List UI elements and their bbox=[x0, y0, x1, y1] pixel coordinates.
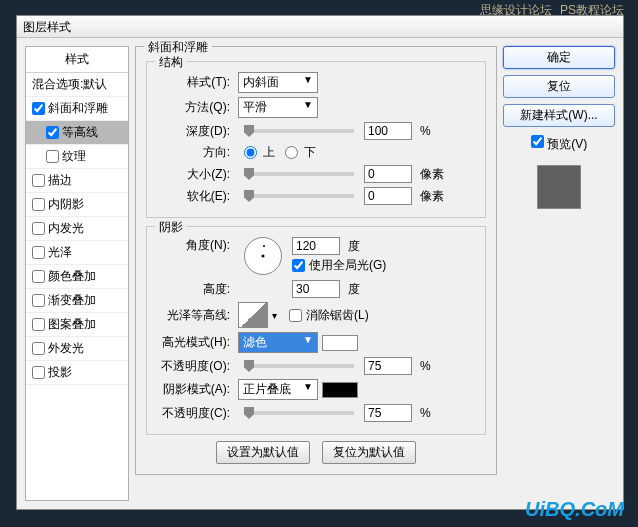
cancel-button[interactable]: 复位 bbox=[503, 75, 615, 98]
depth-unit: % bbox=[420, 124, 431, 138]
style-label: 样式(T): bbox=[155, 74, 230, 91]
patternoverlay-label: 图案叠加 bbox=[48, 317, 96, 331]
shading-title: 阴影 bbox=[155, 219, 187, 236]
sidebar-item-stroke[interactable]: 描边 bbox=[26, 169, 128, 193]
angle-unit: 度 bbox=[348, 238, 360, 255]
bevel-label: 斜面和浮雕 bbox=[48, 101, 108, 115]
sidebar-item-bevel[interactable]: 斜面和浮雕 bbox=[26, 97, 128, 121]
innershadow-label: 内阴影 bbox=[48, 197, 84, 211]
reset-default-button[interactable]: 复位为默认值 bbox=[322, 441, 416, 464]
chevron-down-icon[interactable]: ▾ bbox=[272, 310, 277, 321]
sidebar-item-outerglow[interactable]: 外发光 bbox=[26, 337, 128, 361]
bevel-group: 斜面和浮雕 结构 样式(T): 内斜面▼ 方法(Q): 平滑▼ 深度(D): bbox=[135, 46, 497, 475]
highlight-opacity-unit: % bbox=[420, 359, 431, 373]
sidebar-blend-options[interactable]: 混合选项:默认 bbox=[26, 73, 128, 97]
soften-unit: 像素 bbox=[420, 188, 444, 205]
soften-slider[interactable] bbox=[244, 194, 354, 198]
satin-checkbox[interactable] bbox=[32, 246, 45, 259]
shadow-mode-select[interactable]: 正片叠底▼ bbox=[238, 379, 318, 400]
sidebar-item-texture[interactable]: 纹理 bbox=[26, 145, 128, 169]
antialias-label: 消除锯齿(L) bbox=[306, 307, 369, 324]
outerglow-label: 外发光 bbox=[48, 341, 84, 355]
chevron-down-icon: ▼ bbox=[303, 74, 313, 91]
coloroverlay-label: 颜色叠加 bbox=[48, 269, 96, 283]
size-slider[interactable] bbox=[244, 172, 354, 176]
chevron-down-icon: ▼ bbox=[303, 381, 313, 398]
sidebar-item-satin[interactable]: 光泽 bbox=[26, 241, 128, 265]
shading-subgroup: 阴影 角度(N): 度 使用全局光(G) bbox=[146, 226, 486, 435]
direction-down-label: 下 bbox=[304, 144, 316, 161]
highlight-opacity-slider[interactable] bbox=[244, 364, 354, 368]
coloroverlay-checkbox[interactable] bbox=[32, 270, 45, 283]
gradientoverlay-label: 渐变叠加 bbox=[48, 293, 96, 307]
altitude-input[interactable] bbox=[292, 280, 340, 298]
size-input[interactable] bbox=[364, 165, 412, 183]
structure-subgroup: 结构 样式(T): 内斜面▼ 方法(Q): 平滑▼ 深度(D): % bbox=[146, 61, 486, 218]
highlight-mode-select[interactable]: 滤色▼ bbox=[238, 332, 318, 353]
global-light-checkbox[interactable] bbox=[292, 259, 305, 272]
innerglow-checkbox[interactable] bbox=[32, 222, 45, 235]
direction-up-radio[interactable] bbox=[244, 146, 257, 159]
patternoverlay-checkbox[interactable] bbox=[32, 318, 45, 331]
stroke-checkbox[interactable] bbox=[32, 174, 45, 187]
technique-select[interactable]: 平滑▼ bbox=[238, 97, 318, 118]
sidebar-item-contour[interactable]: 等高线 bbox=[26, 121, 128, 145]
shadow-color-swatch[interactable] bbox=[322, 382, 358, 398]
highlight-mode-label: 高光模式(H): bbox=[155, 334, 230, 351]
angle-label: 角度(N): bbox=[155, 237, 230, 254]
size-unit: 像素 bbox=[420, 166, 444, 183]
technique-label: 方法(Q): bbox=[155, 99, 230, 116]
preview-checkbox[interactable] bbox=[531, 135, 544, 148]
sidebar-item-innershadow[interactable]: 内阴影 bbox=[26, 193, 128, 217]
angle-dial[interactable] bbox=[244, 237, 282, 275]
shadow-mode-label: 阴影模式(A): bbox=[155, 381, 230, 398]
texture-label: 纹理 bbox=[62, 149, 86, 163]
gloss-contour-label: 光泽等高线: bbox=[155, 307, 230, 324]
bevel-checkbox[interactable] bbox=[32, 102, 45, 115]
gradientoverlay-checkbox[interactable] bbox=[32, 294, 45, 307]
sidebar-item-innerglow[interactable]: 内发光 bbox=[26, 217, 128, 241]
depth-slider[interactable] bbox=[244, 129, 354, 133]
soften-input[interactable] bbox=[364, 187, 412, 205]
layer-style-dialog: 图层样式 样式 混合选项:默认 斜面和浮雕 等高线 纹理 描边 内阴影 内发光 … bbox=[16, 15, 624, 510]
innerglow-label: 内发光 bbox=[48, 221, 84, 235]
watermark: UiBQ.CoM bbox=[525, 498, 624, 521]
sidebar-item-dropshadow[interactable]: 投影 bbox=[26, 361, 128, 385]
shadow-opacity-input[interactable] bbox=[364, 404, 412, 422]
stroke-label: 描边 bbox=[48, 173, 72, 187]
style-sidebar: 样式 混合选项:默认 斜面和浮雕 等高线 纹理 描边 内阴影 内发光 光泽 颜色… bbox=[25, 46, 129, 501]
sidebar-item-gradientoverlay[interactable]: 渐变叠加 bbox=[26, 289, 128, 313]
sidebar-item-patternoverlay[interactable]: 图案叠加 bbox=[26, 313, 128, 337]
gloss-contour-picker[interactable] bbox=[238, 302, 268, 328]
dialog-title: 图层样式 bbox=[17, 16, 623, 38]
outerglow-checkbox[interactable] bbox=[32, 342, 45, 355]
contour-label: 等高线 bbox=[62, 125, 98, 139]
structure-title: 结构 bbox=[155, 54, 187, 71]
sidebar-header: 样式 bbox=[26, 47, 128, 73]
shadow-opacity-slider[interactable] bbox=[244, 411, 354, 415]
highlight-opacity-label: 不透明度(O): bbox=[155, 358, 230, 375]
depth-input[interactable] bbox=[364, 122, 412, 140]
preview-swatch bbox=[537, 165, 581, 209]
dropshadow-checkbox[interactable] bbox=[32, 366, 45, 379]
contour-checkbox[interactable] bbox=[46, 126, 59, 139]
ok-button[interactable]: 确定 bbox=[503, 46, 615, 69]
chevron-down-icon: ▼ bbox=[303, 99, 313, 116]
depth-label: 深度(D): bbox=[155, 123, 230, 140]
shadow-opacity-unit: % bbox=[420, 406, 431, 420]
direction-down-radio[interactable] bbox=[285, 146, 298, 159]
innershadow-checkbox[interactable] bbox=[32, 198, 45, 211]
sidebar-item-coloroverlay[interactable]: 颜色叠加 bbox=[26, 265, 128, 289]
style-select[interactable]: 内斜面▼ bbox=[238, 72, 318, 93]
highlight-color-swatch[interactable] bbox=[322, 335, 358, 351]
set-default-button[interactable]: 设置为默认值 bbox=[216, 441, 310, 464]
direction-up-label: 上 bbox=[263, 144, 275, 161]
preview-label: 预览(V) bbox=[547, 137, 587, 151]
new-style-button[interactable]: 新建样式(W)... bbox=[503, 104, 615, 127]
angle-input[interactable] bbox=[292, 237, 340, 255]
texture-checkbox[interactable] bbox=[46, 150, 59, 163]
satin-label: 光泽 bbox=[48, 245, 72, 259]
altitude-unit: 度 bbox=[348, 281, 360, 298]
highlight-opacity-input[interactable] bbox=[364, 357, 412, 375]
antialias-checkbox[interactable] bbox=[289, 309, 302, 322]
